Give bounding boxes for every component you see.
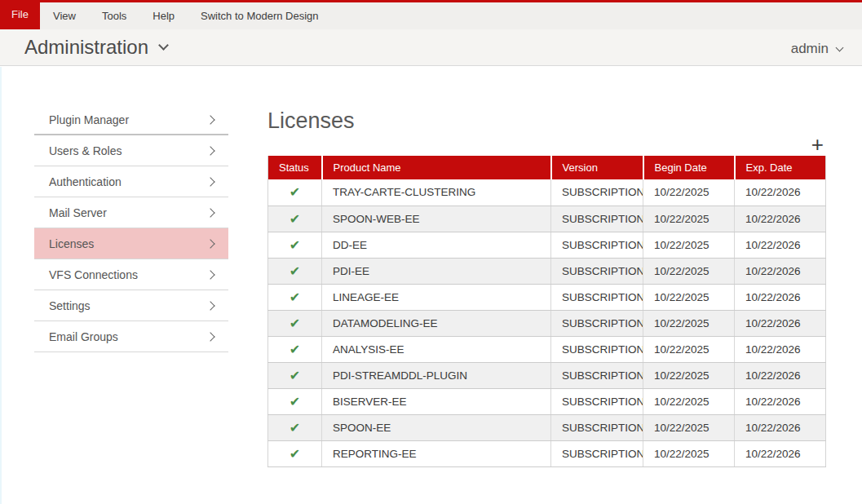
chevron-right-icon (206, 177, 214, 186)
exp-date-cell: 10/22/2026 (735, 388, 826, 414)
license-row: ✔ LINEAGE-EE SUBSCRIPTION 10/22/2025 10/… (268, 284, 826, 310)
exp-date-cell: 10/22/2026 (735, 232, 826, 258)
exp-date-cell: 10/22/2026 (735, 362, 826, 388)
license-row: ✔ SPOON-EE SUBSCRIPTION 10/22/2025 10/22… (268, 414, 826, 440)
version-cell: SUBSCRIPTION (551, 414, 643, 440)
sidebar-item-licenses[interactable]: Licenses (34, 228, 228, 259)
app-header: Administration admin (0, 29, 862, 66)
chevron-down-icon (836, 43, 844, 51)
menu-item-tools[interactable]: Tools (89, 2, 139, 29)
product-name-cell: REPORTING-EE (322, 440, 551, 466)
status-cell: ✔ (268, 258, 322, 284)
version-cell: SUBSCRIPTION (551, 179, 643, 206)
sidebar-item-plugin-manager[interactable]: Plugin Manager (34, 104, 228, 135)
chevron-right-icon (206, 239, 214, 248)
column-header-begin-date: Begin Date (643, 156, 735, 179)
chevron-right-icon (206, 115, 214, 124)
exp-date-cell: 10/22/2026 (735, 258, 826, 284)
menu-item-switch-to-modern-design[interactable]: Switch to Modern Design (188, 2, 332, 29)
page-perspective-title: Administration (24, 36, 148, 59)
licenses-table: StatusProduct NameVersionBegin DateExp. … (267, 156, 826, 467)
sidebar-item-label: Authentication (49, 175, 122, 188)
menu-item-file[interactable]: File (0, 0, 40, 29)
begin-date-cell: 10/22/2025 (643, 336, 735, 362)
license-row: ✔ ANALYSIS-EE SUBSCRIPTION 10/22/2025 10… (268, 336, 826, 362)
product-name-cell: PDI-EE (322, 258, 551, 284)
chevron-right-icon (206, 146, 214, 155)
license-row: ✔ PDI-EE SUBSCRIPTION 10/22/2025 10/22/2… (268, 258, 826, 284)
version-cell: SUBSCRIPTION (551, 232, 643, 258)
version-cell: SUBSCRIPTION (551, 362, 643, 388)
status-cell: ✔ (268, 440, 322, 466)
column-header-version: Version (551, 156, 643, 179)
add-license-button[interactable]: + (810, 135, 825, 154)
license-valid-check-icon: ✔ (290, 447, 300, 461)
license-valid-check-icon: ✔ (290, 212, 300, 226)
begin-date-cell: 10/22/2025 (643, 232, 735, 258)
exp-date-cell: 10/22/2026 (735, 179, 826, 206)
column-header-product-name: Product Name (322, 156, 551, 179)
chevron-down-icon (158, 40, 169, 51)
menu-bar: FileViewToolsHelpSwitch to Modern Design (0, 0, 862, 29)
license-row: ✔ TRAY-CARTE-CLUSTERING SUBSCRIPTION 10/… (268, 179, 826, 206)
product-name-cell: PDI-STREAMDDL-PLUGIN (322, 362, 551, 388)
sidebar-item-label: Plugin Manager (49, 113, 129, 126)
sidebar-item-settings[interactable]: Settings (34, 290, 228, 321)
exp-date-cell: 10/22/2026 (735, 206, 826, 232)
licenses-panel: Licenses + StatusProduct NameVersionBegi… (267, 102, 825, 467)
sidebar-item-authentication[interactable]: Authentication (34, 166, 228, 197)
licenses-toolbar: + (267, 135, 825, 156)
status-cell: ✔ (268, 179, 322, 206)
exp-date-cell: 10/22/2026 (735, 336, 826, 362)
version-cell: SUBSCRIPTION (551, 258, 643, 284)
version-cell: SUBSCRIPTION (551, 440, 643, 466)
sidebar-item-label: Email Groups (49, 330, 118, 343)
user-name: admin (791, 41, 829, 57)
chevron-right-icon (206, 332, 214, 341)
status-cell: ✔ (268, 284, 322, 310)
begin-date-cell: 10/22/2025 (643, 284, 735, 310)
sidebar-item-vfs-connections[interactable]: VFS Connections (34, 259, 228, 290)
column-header-exp-date: Exp. Date (735, 156, 826, 179)
admin-sidebar: Plugin Manager Users & Roles Authenticat… (34, 104, 228, 352)
sidebar-item-users-roles[interactable]: Users & Roles (34, 135, 228, 166)
license-valid-check-icon: ✔ (290, 395, 300, 409)
begin-date-cell: 10/22/2025 (643, 258, 735, 284)
license-row: ✔ DATAMODELING-EE SUBSCRIPTION 10/22/202… (268, 310, 826, 336)
license-valid-check-icon: ✔ (290, 316, 300, 330)
chevron-right-icon (206, 208, 214, 217)
product-name-cell: ANALYSIS-EE (322, 336, 551, 362)
user-menu[interactable]: admin (791, 41, 842, 57)
begin-date-cell: 10/22/2025 (643, 310, 735, 336)
license-row: ✔ PDI-STREAMDDL-PLUGIN SUBSCRIPTION 10/2… (268, 362, 826, 388)
product-name-cell: SPOON-WEB-EE (322, 206, 551, 232)
menu-items: FileViewToolsHelpSwitch to Modern Design (0, 2, 862, 29)
left-edge-tint (0, 67, 2, 504)
sidebar-item-label: Mail Server (49, 206, 107, 219)
exp-date-cell: 10/22/2026 (735, 414, 826, 440)
sidebar-item-label: Licenses (49, 237, 94, 250)
status-cell: ✔ (268, 388, 322, 414)
exp-date-cell: 10/22/2026 (735, 284, 826, 310)
license-valid-check-icon: ✔ (290, 290, 300, 304)
sidebar-item-label: VFS Connections (49, 268, 138, 281)
status-cell: ✔ (268, 336, 322, 362)
product-name-cell: DATAMODELING-EE (322, 310, 551, 336)
sidebar-item-mail-server[interactable]: Mail Server (34, 197, 228, 228)
begin-date-cell: 10/22/2025 (643, 362, 735, 388)
license-row: ✔ SPOON-WEB-EE SUBSCRIPTION 10/22/2025 1… (268, 206, 826, 232)
content-area: Plugin Manager Users & Roles Authenticat… (0, 67, 862, 504)
sidebar-item-label: Users & Roles (49, 144, 122, 157)
status-cell: ✔ (268, 206, 322, 232)
begin-date-cell: 10/22/2025 (643, 440, 735, 466)
license-valid-check-icon: ✔ (290, 185, 300, 199)
version-cell: SUBSCRIPTION (551, 206, 643, 232)
product-name-cell: BISERVER-EE (322, 388, 551, 414)
menu-item-help[interactable]: Help (139, 2, 188, 29)
exp-date-cell: 10/22/2026 (735, 440, 826, 466)
menu-item-view[interactable]: View (40, 2, 89, 29)
table-body: ✔ TRAY-CARTE-CLUSTERING SUBSCRIPTION 10/… (268, 179, 826, 466)
perspective-dropdown[interactable]: Administration (24, 36, 167, 59)
license-row: ✔ DD-EE SUBSCRIPTION 10/22/2025 10/22/20… (268, 232, 826, 258)
sidebar-item-email-groups[interactable]: Email Groups (34, 321, 228, 352)
